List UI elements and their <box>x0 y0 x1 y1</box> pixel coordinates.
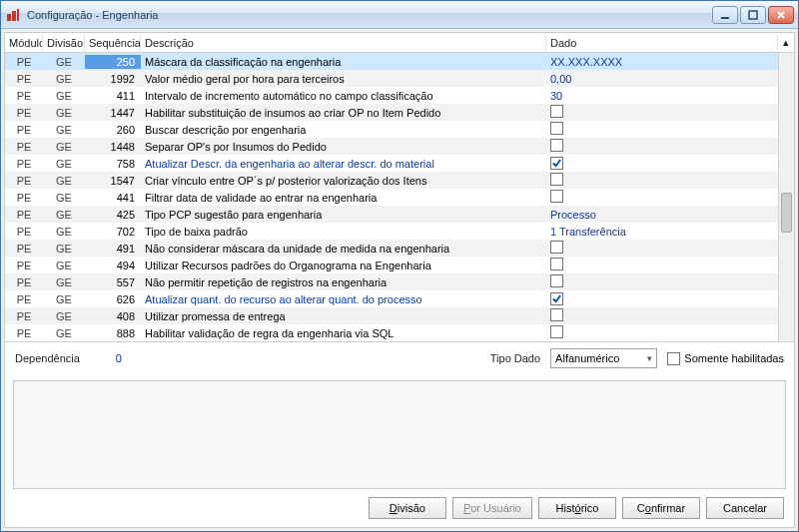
cell-modulo: PE <box>5 225 43 239</box>
cell-descricao: Atualizar Descr. da engenharia ao altera… <box>141 157 546 171</box>
por-usuario-button[interactable]: Por Usuário <box>452 497 532 519</box>
cell-descricao: Tipo de baixa padrão <box>141 225 546 239</box>
table-row[interactable]: PEGE260Buscar descrição por engenharia <box>5 121 794 138</box>
dependencia-label: Dependência <box>15 352 80 364</box>
divisao-button[interactable]: Divisão <box>369 497 446 519</box>
table-row[interactable]: PEGE557Não permitir repetição de registr… <box>5 273 794 290</box>
cell-divisao: GE <box>43 174 85 188</box>
svg-rect-4 <box>749 11 757 19</box>
cell-descricao: Não considerar máscara da unidade de med… <box>141 242 546 256</box>
app-icon <box>5 7 21 23</box>
table-row[interactable]: PEGE702Tipo de baixa padrão1 Transferênc… <box>5 223 794 240</box>
row-checkbox[interactable] <box>550 308 563 321</box>
content-area: Módulo Divisão Sequência Descrição Dado … <box>4 32 795 528</box>
cell-descricao: Buscar descrição por engenharia <box>141 123 546 137</box>
row-checkbox[interactable] <box>550 139 563 152</box>
row-checkbox[interactable] <box>550 122 563 135</box>
table-row[interactable]: PEGE425Tipo PCP sugestão para engenharia… <box>5 206 794 223</box>
tipo-dado-label: Tipo Dado <box>490 352 540 364</box>
cell-divisao: GE <box>43 326 85 340</box>
confirmar-button[interactable]: Confirmar <box>622 497 700 519</box>
cell-divisao: GE <box>43 208 85 222</box>
row-checkbox[interactable] <box>550 325 563 338</box>
vertical-scrollbar[interactable] <box>778 53 794 341</box>
table-row[interactable]: PEGE626Atualizar quant. do recurso ao al… <box>5 290 794 307</box>
cell-sequencia: 1547 <box>85 174 141 188</box>
cell-dado <box>546 257 778 273</box>
tipo-dado-select[interactable]: Alfanumérico ▾ <box>550 348 657 368</box>
config-window: Configuração - Engenharia Módulo Divisão… <box>0 0 799 532</box>
row-checkbox[interactable] <box>550 292 563 305</box>
cell-descricao: Intervalo de incremento automático no ca… <box>141 89 546 103</box>
cell-dado <box>546 273 778 290</box>
close-button[interactable] <box>768 6 794 24</box>
cell-dado: Processo <box>546 208 778 222</box>
cell-sequencia: 425 <box>85 208 141 222</box>
cell-modulo: PE <box>5 72 43 86</box>
cell-modulo: PE <box>5 157 43 171</box>
cell-dado: XX.XXX.XXXX <box>546 55 778 69</box>
cell-modulo: PE <box>5 55 43 69</box>
cell-divisao: GE <box>43 259 85 272</box>
cell-dado <box>546 324 778 341</box>
scroll-up-icon[interactable]: ▴ <box>778 34 794 51</box>
somente-habilitadas-label: Somente habilitadas <box>684 352 784 364</box>
table-row[interactable]: PEGE1547Criar vínculo entre OP´s p/ post… <box>5 172 794 189</box>
cell-descricao: Criar vínculo entre OP´s p/ posterior va… <box>141 174 546 188</box>
grid-header: Módulo Divisão Sequência Descrição Dado … <box>5 33 794 53</box>
col-divisao[interactable]: Divisão <box>43 35 85 51</box>
col-sequencia[interactable]: Sequência <box>85 35 141 51</box>
table-row[interactable]: PEGE441Filtrar data de validade ao entra… <box>5 189 794 206</box>
somente-habilitadas-checkbox[interactable] <box>667 352 680 365</box>
row-checkbox[interactable] <box>550 274 563 287</box>
cell-descricao: Utilizar promessa de entrega <box>141 309 546 323</box>
table-row[interactable]: PEGE491Não considerar máscara da unidade… <box>5 240 794 257</box>
scrollbar-thumb[interactable] <box>781 193 792 233</box>
table-row[interactable]: PEGE250Máscara da classificação na engen… <box>5 53 794 70</box>
cell-descricao: Separar OP's por Insumos do Pedido <box>141 140 546 154</box>
table-row[interactable]: PEGE1992Valor médio geral por hora para … <box>5 70 794 87</box>
table-row[interactable]: PEGE411Intervalo de incremento automátic… <box>5 87 794 104</box>
row-checkbox[interactable] <box>550 157 563 170</box>
cell-divisao: GE <box>43 275 85 289</box>
minimize-button[interactable] <box>712 6 738 24</box>
table-row[interactable]: PEGE1448Separar OP's por Insumos do Pedi… <box>5 138 794 155</box>
row-checkbox[interactable] <box>550 173 563 186</box>
footer-buttons: Divisão Por Usuário Histórico Confirmar … <box>5 489 794 527</box>
row-checkbox[interactable] <box>550 258 563 270</box>
maximize-button[interactable] <box>740 6 766 24</box>
cell-divisao: GE <box>43 225 85 239</box>
cell-dado <box>546 156 778 171</box>
cell-sequencia: 626 <box>85 292 141 306</box>
col-descricao[interactable]: Descrição <box>141 35 546 51</box>
col-modulo[interactable]: Módulo <box>5 35 43 51</box>
historico-button[interactable]: Histórico <box>538 497 616 519</box>
table-row[interactable]: PEGE1447Habilitar substituição de insumo… <box>5 104 794 121</box>
tipo-dado-value: Alfanumérico <box>555 352 619 364</box>
cell-sequencia: 441 <box>85 191 141 205</box>
cell-sequencia: 491 <box>85 242 141 256</box>
table-row[interactable]: PEGE758Atualizar Descr. da engenharia ao… <box>5 155 794 172</box>
row-checkbox[interactable] <box>550 105 563 118</box>
cell-modulo: PE <box>5 174 43 188</box>
table-row[interactable]: PEGE494Utilizar Recursos padrões do Orga… <box>5 257 794 273</box>
cell-divisao: GE <box>43 242 85 256</box>
cell-descricao: Habilitar validação de regra da engenhar… <box>141 326 546 340</box>
cell-sequencia: 494 <box>85 259 141 272</box>
cancelar-button[interactable]: Cancelar <box>706 497 784 519</box>
svg-rect-2 <box>17 9 19 21</box>
row-checkbox[interactable] <box>550 190 563 203</box>
row-checkbox[interactable] <box>550 241 563 254</box>
table-row[interactable]: PEGE408Utilizar promessa de entrega <box>5 307 794 324</box>
cell-descricao: Máscara da classificação na engenharia <box>141 55 546 69</box>
table-row[interactable]: PEGE888Habilitar validação de regra da e… <box>5 324 794 341</box>
meta-bar: Dependência 0 Tipo Dado Alfanumérico ▾ S… <box>5 342 794 376</box>
cell-sequencia: 1447 <box>85 106 141 120</box>
cell-dado <box>546 291 778 306</box>
cell-divisao: GE <box>43 157 85 171</box>
cell-modulo: PE <box>5 292 43 306</box>
col-dado[interactable]: Dado <box>546 35 778 51</box>
cell-modulo: PE <box>5 309 43 323</box>
somente-habilitadas-toggle[interactable]: Somente habilitadas <box>667 352 784 365</box>
grid-body: PEGE250Máscara da classificação na engen… <box>5 53 794 341</box>
